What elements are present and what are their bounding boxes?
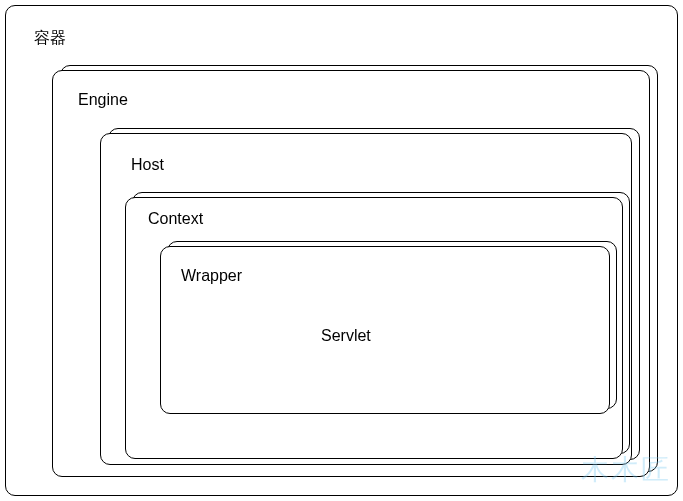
servlet-label: Servlet [321,327,371,345]
wrapper-label: Wrapper [181,267,242,285]
engine-label: Engine [78,91,128,109]
watermark: 木木匠 [581,451,671,489]
host-label: Host [131,156,164,174]
wrapper-box: Wrapper Servlet [160,246,610,414]
context-label: Context [148,210,203,228]
container-label: 容器 [34,28,66,49]
